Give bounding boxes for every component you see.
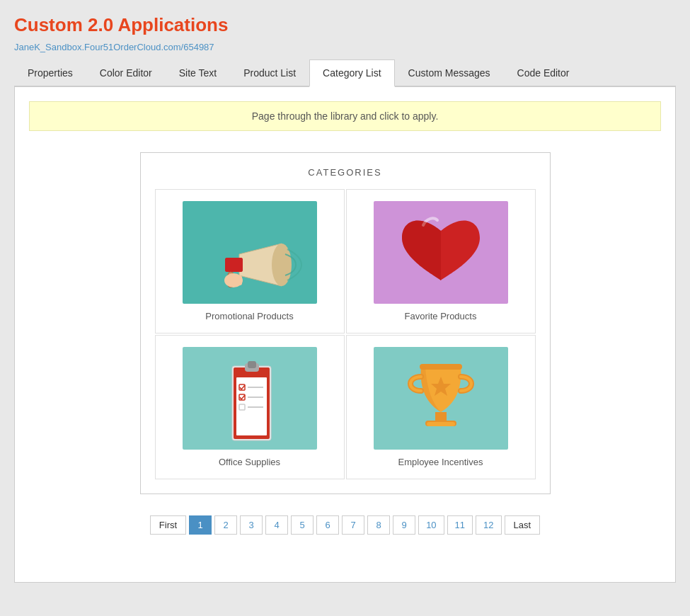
info-banner: Page through the library and click to ap…	[29, 101, 661, 131]
pagination-last[interactable]: Last	[505, 515, 541, 535]
category-cell-favorite[interactable]: Favorite Products	[346, 189, 536, 333]
tab-category-list[interactable]: Category List	[309, 59, 394, 87]
pagination-page-11[interactable]: 11	[447, 515, 473, 535]
pagination-page-7[interactable]: 7	[342, 515, 364, 535]
pagination-page-8[interactable]: 8	[367, 515, 390, 535]
tab-code-editor[interactable]: Code Editor	[504, 59, 583, 87]
pagination-first[interactable]: First	[150, 515, 186, 535]
tabs-bar: Properties Color Editor Site Text Produc…	[14, 59, 676, 87]
categories-title: CATEGORIES	[155, 167, 536, 178]
category-image-office	[183, 347, 317, 450]
pagination-page-5[interactable]: 5	[291, 515, 314, 535]
category-image-incentives	[374, 347, 508, 450]
category-image-promo	[183, 201, 317, 304]
category-cell-office[interactable]: Office Supplies	[155, 335, 345, 479]
pagination-page-10[interactable]: 10	[418, 515, 444, 535]
tab-product-list[interactable]: Product List	[230, 59, 309, 87]
category-label-incentives: Employee Incentives	[398, 457, 483, 467]
category-image-favorite	[374, 201, 508, 304]
categories-card: CATEGORIES	[140, 152, 551, 494]
pagination-page-1[interactable]: 1	[189, 515, 212, 535]
pagination-page-4[interactable]: 4	[265, 515, 288, 535]
pagination-page-6[interactable]: 6	[316, 515, 339, 535]
pagination-page-2[interactable]: 2	[214, 515, 237, 535]
svg-rect-25	[420, 364, 462, 370]
category-cell-incentives[interactable]: Employee Incentives	[346, 335, 536, 479]
tab-custom-messages[interactable]: Custom Messages	[395, 59, 504, 87]
pagination-page-3[interactable]: 3	[240, 515, 263, 535]
svg-rect-4	[225, 258, 243, 272]
svg-rect-10	[238, 275, 242, 285]
pagination-page-9[interactable]: 9	[393, 515, 415, 535]
svg-rect-8	[226, 275, 231, 285]
pagination: First 1 2 3 4 5 6 7 8 9 10 11 12 Last	[29, 515, 661, 535]
tab-site-text[interactable]: Site Text	[166, 59, 230, 87]
breadcrumb: JaneK_Sandbox.Four51OrderCloud.com/65498…	[14, 42, 676, 52]
svg-rect-9	[232, 274, 237, 285]
tab-color-editor[interactable]: Color Editor	[86, 59, 166, 87]
app-title: Custom 2.0 Applications	[14, 14, 676, 36]
main-content: Page through the library and click to ap…	[14, 87, 676, 583]
category-label-favorite: Favorite Products	[405, 311, 477, 321]
tab-properties[interactable]: Properties	[14, 59, 86, 87]
category-label-office: Office Supplies	[219, 457, 280, 467]
categories-grid: Promotional Products	[155, 189, 536, 479]
category-label-promo: Promotional Products	[205, 311, 293, 321]
pagination-page-12[interactable]: 12	[476, 515, 501, 535]
svg-rect-27	[435, 412, 447, 421]
svg-rect-17	[248, 361, 256, 368]
svg-rect-29	[427, 422, 455, 426]
category-cell-promo[interactable]: Promotional Products	[155, 189, 345, 333]
